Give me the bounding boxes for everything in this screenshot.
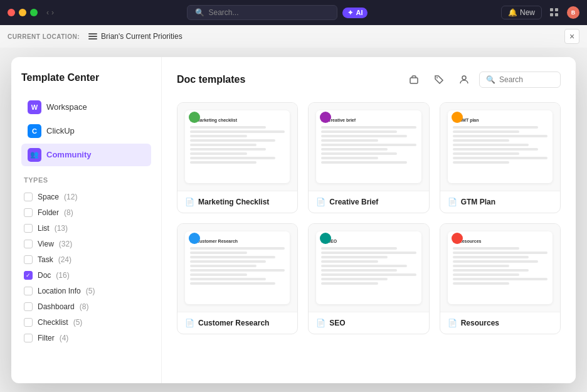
- type-item-location[interactable]: Location Info (5): [21, 284, 151, 298]
- type-item-doc[interactable]: Doc (16): [21, 268, 151, 282]
- svg-rect-1: [555, 8, 558, 11]
- sidebar-item-community[interactable]: 👥 Community: [21, 144, 151, 166]
- template-preview-resources: Resources: [440, 224, 560, 312]
- template-card-customer-research[interactable]: Customer Research: [177, 223, 298, 334]
- bell-icon: 🔔: [508, 8, 517, 17]
- ai-badge[interactable]: ✦ AI: [342, 8, 368, 18]
- type-checkbox-doc[interactable]: [24, 271, 33, 280]
- ai-icon: ✦: [347, 9, 353, 17]
- tag-icon[interactable]: [429, 70, 449, 90]
- type-checkbox-dashboard[interactable]: [24, 302, 33, 311]
- type-count-dashboard: (8): [80, 302, 89, 311]
- doc-icon-5: 📄: [316, 319, 325, 327]
- template-name-resources: Resources: [461, 319, 499, 327]
- type-checkbox-folder[interactable]: [24, 208, 33, 217]
- doc-icon-4: 📄: [185, 319, 194, 327]
- hamburger-icon: [88, 33, 97, 40]
- location-close-button[interactable]: ×: [564, 29, 579, 44]
- doc-icon-3: 📄: [448, 198, 457, 206]
- content-actions: 🔍: [404, 70, 561, 90]
- type-label-dashboard: Dashboard: [38, 302, 75, 311]
- type-checkbox-location[interactable]: [24, 287, 33, 295]
- community-icon: 👥: [28, 148, 41, 162]
- template-preview-creative-brief: Creative brief: [309, 103, 428, 191]
- template-preview-inner-6: Resources: [448, 231, 553, 304]
- type-count-doc: (16): [56, 271, 69, 280]
- back-arrow[interactable]: ‹: [46, 8, 49, 17]
- types-title: Types: [21, 176, 151, 184]
- template-search-input[interactable]: [499, 75, 556, 84]
- global-search-bar[interactable]: 🔍 Search...: [187, 5, 337, 20]
- grid-menu-icon[interactable]: [548, 6, 561, 19]
- user-avatar[interactable]: B: [567, 6, 579, 19]
- svg-point-6: [462, 76, 466, 80]
- template-name-seo: SEO: [329, 319, 345, 327]
- type-count-location: (5): [86, 287, 95, 295]
- template-preview-inner-5: SEO: [316, 231, 421, 304]
- location-label: CURRENT LOCATION:: [8, 33, 80, 40]
- type-checkbox-list[interactable]: [24, 224, 33, 233]
- template-footer-gtm-plan: 📄 GTM Plan: [440, 191, 560, 213]
- maximize-window-button[interactable]: [30, 9, 38, 16]
- template-preview-inner-4: Customer Research: [185, 231, 290, 304]
- template-card-creative-brief[interactable]: Creative brief: [308, 102, 429, 213]
- type-count-task: (24): [58, 255, 71, 264]
- template-card-marketing-checklist[interactable]: Marketing checklist: [177, 102, 298, 213]
- type-count-checklist: (5): [73, 318, 83, 327]
- sidebar-item-workspace[interactable]: W Workspace: [21, 96, 151, 119]
- community-label: Community: [46, 150, 92, 159]
- content-header: Doc templates: [177, 70, 561, 90]
- type-item-filter[interactable]: Filter (4): [21, 331, 151, 345]
- person-icon[interactable]: [454, 70, 474, 90]
- doc-icon-2: 📄: [316, 198, 325, 206]
- sidebar-item-clickup[interactable]: C ClickUp: [21, 120, 151, 142]
- minimize-window-button[interactable]: [19, 9, 26, 16]
- template-card-resources[interactable]: Resources: [440, 223, 561, 334]
- new-button[interactable]: 🔔 New: [501, 6, 542, 19]
- template-name-customer-research: Customer Research: [198, 319, 269, 327]
- svg-point-5: [436, 77, 438, 78]
- template-search-wrapper[interactable]: 🔍: [479, 72, 561, 88]
- search-icon: 🔍: [195, 8, 204, 17]
- preview-avatar-teal: [320, 233, 331, 244]
- type-label-folder: Folder: [38, 208, 59, 217]
- type-checkbox-space[interactable]: [24, 193, 33, 201]
- type-label-space: Space: [38, 193, 59, 201]
- doc-icon: 📄: [185, 198, 194, 206]
- template-preview-gtm-plan: GMT plan: [440, 103, 560, 191]
- template-preview-inner: Marketing checklist: [185, 110, 290, 183]
- type-label-checklist: Checklist: [38, 318, 68, 327]
- type-count-filter: (4): [60, 334, 69, 342]
- type-item-task[interactable]: Task (24): [21, 253, 151, 267]
- template-card-seo[interactable]: SEO: [308, 223, 429, 334]
- type-item-view[interactable]: View (32): [21, 237, 151, 251]
- type-item-list[interactable]: List (13): [21, 221, 151, 235]
- type-label-filter: Filter: [38, 334, 55, 342]
- global-search-placeholder: Search...: [208, 8, 238, 17]
- type-label-view: View: [38, 240, 54, 248]
- type-item-dashboard[interactable]: Dashboard (8): [21, 300, 151, 314]
- forward-arrow[interactable]: ›: [51, 8, 54, 17]
- briefcase-icon[interactable]: [404, 70, 424, 90]
- type-label-doc: Doc: [38, 271, 51, 280]
- location-value-text: Brian's Current Priorities: [101, 32, 182, 41]
- close-window-button[interactable]: [8, 9, 15, 16]
- type-item-folder[interactable]: Folder (8): [21, 206, 151, 220]
- type-count-view: (32): [59, 240, 72, 248]
- sidebar: Template Center W Workspace C ClickUp 👥 …: [11, 57, 162, 383]
- main-container: Template Center W Workspace C ClickUp 👥 …: [0, 48, 587, 392]
- type-item-checklist[interactable]: Checklist (5): [21, 315, 151, 329]
- template-footer-marketing-checklist: 📄 Marketing Checklist: [177, 191, 297, 213]
- type-item-space[interactable]: Space (12): [21, 190, 151, 204]
- type-checkbox-filter[interactable]: [24, 334, 33, 342]
- template-preview-inner-3: GMT plan: [448, 110, 553, 183]
- ai-label: AI: [356, 9, 362, 16]
- type-checkbox-task[interactable]: [24, 255, 33, 264]
- type-checkbox-view[interactable]: [24, 240, 33, 248]
- template-name-gtm-plan: GTM Plan: [461, 198, 495, 206]
- template-center-modal: Template Center W Workspace C ClickUp 👥 …: [11, 57, 576, 383]
- type-checkbox-checklist[interactable]: [24, 318, 33, 327]
- template-card-gtm-plan[interactable]: GMT plan: [440, 102, 561, 213]
- search-icon: 🔍: [486, 75, 495, 84]
- template-footer-resources: 📄 Resources: [440, 312, 560, 334]
